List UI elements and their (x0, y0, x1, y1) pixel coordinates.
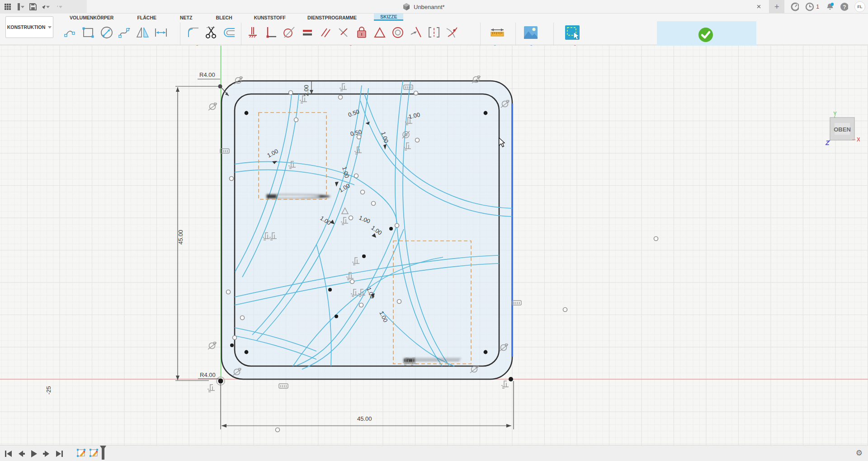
insert-image-icon[interactable] (522, 23, 540, 42)
tangent-glyph[interactable] (208, 103, 217, 110)
radius-dim-top[interactable]: R4.00 (199, 71, 215, 78)
redo-icon[interactable] (54, 3, 62, 11)
sketch-geometry: D F (0, 46, 868, 445)
undo-caret (46, 6, 50, 8)
settings-gear-icon[interactable]: ⚙ (856, 448, 863, 458)
sketch-canvas[interactable]: D F (0, 46, 868, 445)
undo-icon[interactable] (42, 3, 50, 11)
horizontal-vertical-constraint-icon[interactable] (262, 23, 280, 42)
tab-blech[interactable]: BLECH (209, 14, 238, 21)
letter-f[interactable]: F (394, 357, 466, 364)
create-spline-icon[interactable] (116, 23, 134, 42)
group-auswaehlen (563, 21, 581, 44)
timeline-marker[interactable] (99, 446, 107, 461)
tab-dienstprogramme[interactable]: DIENSTPROGRAMME (301, 14, 363, 21)
equal-glyph[interactable] (279, 384, 288, 388)
konstruktion-dropdown[interactable]: KONSTRUKTION (5, 16, 53, 38)
notification-bell-icon[interactable] (826, 3, 834, 11)
timeline-sketch-feature-2[interactable] (89, 449, 99, 459)
select-tool-icon[interactable] (563, 23, 581, 42)
fix-constraint-icon[interactable] (353, 23, 371, 42)
collinear-constraint-icon[interactable] (407, 23, 425, 42)
document-title: Unbenannt* (402, 0, 445, 14)
concentric-constraint-icon[interactable] (389, 23, 407, 42)
titlebar-right: × + 1 ? FL (755, 0, 865, 14)
timeline-skip-start-button[interactable] (4, 449, 14, 459)
timeline-skip-end-button[interactable] (54, 449, 64, 459)
perpendicular-glyph[interactable] (501, 381, 509, 388)
create-mirror-icon[interactable] (134, 23, 152, 42)
tab-skizze[interactable]: SKIZZE (374, 14, 403, 21)
timeline-controls (4, 446, 107, 461)
timeline-step-back-button[interactable] (16, 449, 26, 459)
redo-caret (59, 6, 62, 8)
group-pruefen (488, 21, 506, 44)
konstruktion-label: KONSTRUKTION (7, 24, 46, 30)
group-abhaengigkeiten (244, 21, 461, 44)
clock-badge: 1 (816, 4, 819, 10)
axis-coordinate-label: -25 (45, 386, 52, 395)
titlebar: Unbenannt* × + 1 ? FL (0, 0, 868, 14)
history-clock[interactable]: 1 (805, 2, 819, 11)
finish-sketch-check-icon[interactable] (697, 25, 715, 45)
timeline-bar: ⚙ (0, 445, 868, 461)
equal-glyph[interactable] (512, 301, 521, 305)
timeline-play-button[interactable] (29, 449, 39, 459)
group-aendern (184, 21, 239, 44)
file-menu-icon[interactable] (16, 3, 24, 11)
viewcube-y-axis-label: Y (833, 111, 837, 117)
tangent-glyph[interactable] (208, 342, 217, 349)
measure-ruler-icon[interactable] (488, 23, 506, 42)
fusion360-window: Unbenannt* × + 1 ? FL KONSTRUKTION (0, 0, 868, 461)
job-status-icon[interactable] (791, 3, 799, 11)
save-icon[interactable] (29, 3, 37, 11)
tangent-constraint-icon[interactable] (280, 23, 298, 42)
new-tab-button[interactable]: + (769, 0, 784, 14)
svg-text:?: ? (843, 4, 846, 10)
create-circle-icon[interactable] (98, 23, 116, 42)
clock-icon (805, 2, 814, 11)
coincident-constraint-icon[interactable] (244, 23, 262, 42)
ribbon-tabs: VOLUMENKÖRPER FLÄCHE NETZ BLECH KUNSTSTO… (63, 14, 403, 21)
letter-d[interactable]: D (258, 193, 335, 200)
midpoint-constraint-icon[interactable] (371, 23, 389, 42)
document-cube-icon (402, 3, 410, 11)
radius-dim-bottom[interactable]: R4.00 (200, 372, 216, 378)
timeline-sketch-feature-1[interactable] (76, 449, 86, 459)
create-line-icon[interactable] (61, 23, 80, 42)
create-rectangle-icon[interactable] (80, 23, 98, 42)
app-grid-icon[interactable] (4, 3, 12, 11)
file-menu-caret (21, 6, 24, 8)
close-tab-icon[interactable]: × (755, 2, 763, 11)
group-erstellen (61, 21, 170, 44)
viewcube-face-label[interactable]: OBEN (834, 126, 851, 133)
symmetry-constraint-icon[interactable] (425, 23, 443, 42)
offset-icon[interactable] (221, 23, 239, 42)
create-dimension-icon[interactable] (152, 23, 170, 42)
user-avatar[interactable]: FL (854, 1, 865, 12)
parallel-constraint-icon[interactable] (316, 23, 335, 42)
tab-flaeche[interactable]: FLÄCHE (131, 14, 163, 21)
offset-dim[interactable]: 2.00 (303, 85, 310, 96)
width-dim[interactable]: 45.00 (357, 415, 372, 422)
document-title-text: Unbenannt* (414, 4, 445, 10)
viewcube-x-axis-label: X (857, 136, 860, 143)
titlebar-quick-access (0, 0, 87, 14)
help-icon[interactable]: ? (840, 3, 848, 11)
height-dim[interactable]: 45.00 (177, 230, 184, 245)
timeline-step-forward-button[interactable] (42, 449, 52, 459)
tab-kunststoff[interactable]: KUNSTSTOFF (248, 14, 292, 21)
perpendicular-constraint-icon[interactable] (335, 23, 353, 42)
tab-volumenkoerper[interactable]: VOLUMENKÖRPER (63, 14, 120, 21)
fillet-icon[interactable] (184, 23, 203, 42)
konstruktion-caret (48, 26, 52, 28)
curvature-constraint-icon[interactable] (443, 23, 461, 42)
tool-row: SKIZZE FERTIG STELLEN ERSTELLEN ÄNDERN A… (58, 21, 867, 44)
group-einfuegen (522, 21, 540, 44)
origin-point[interactable] (218, 379, 223, 384)
perpendicular-glyph[interactable] (208, 385, 215, 392)
trim-scissors-icon[interactable] (203, 23, 221, 42)
equal-constraint-icon[interactable] (298, 23, 316, 42)
tab-netz[interactable]: NETZ (174, 14, 198, 21)
viewcube[interactable]: OBEN Y X Z (824, 111, 855, 145)
